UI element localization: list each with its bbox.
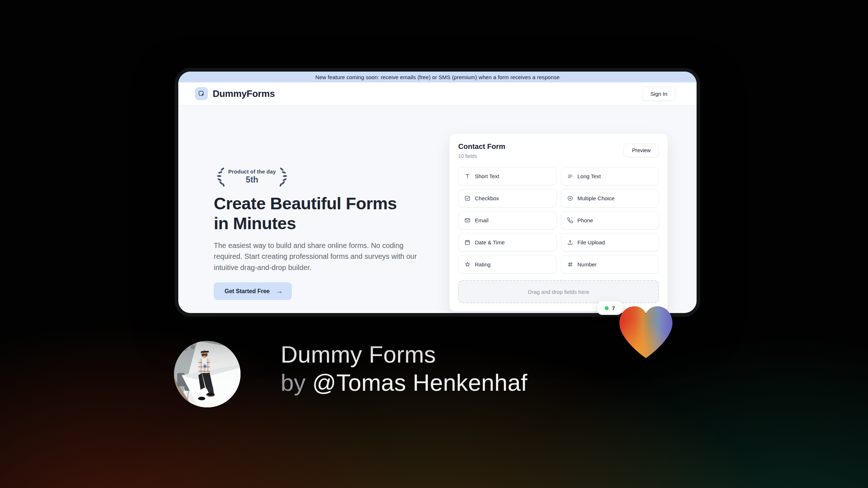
- field-tile-long-text[interactable]: Long Text: [561, 167, 659, 185]
- field-label: Multiple Choice: [578, 195, 615, 201]
- multiple-choice-icon: [567, 195, 574, 202]
- maker-avatar: [174, 341, 241, 407]
- field-label: File Upload: [578, 239, 605, 245]
- get-started-label: Get Started Free: [225, 288, 269, 295]
- brand-name: DummyForms: [213, 88, 275, 99]
- get-started-button[interactable]: Get Started Free →: [214, 282, 292, 300]
- laurel-right-icon: [278, 166, 290, 187]
- form-builder-card: Contact Form 10 fields Preview Short Tex…: [450, 134, 668, 311]
- attribution-title: Dummy Forms: [281, 341, 527, 369]
- sign-in-button[interactable]: Sign In: [642, 87, 676, 101]
- dropzone-text: Drag and drop fields here: [528, 289, 589, 295]
- field-tile-phone[interactable]: Phone: [561, 211, 659, 230]
- field-label: Rating: [475, 261, 490, 267]
- field-label: Phone: [578, 217, 593, 223]
- field-tile-email[interactable]: Email: [458, 211, 557, 230]
- field-label: Checkbox: [475, 195, 499, 201]
- short-text-icon: [464, 173, 471, 180]
- hero-section: Product of the day 5th Create Beautiful …: [214, 166, 431, 300]
- green-dot-icon: [605, 306, 609, 310]
- field-label: Long Text: [578, 173, 601, 179]
- heart-logo-icon: [610, 294, 682, 362]
- long-text-icon: [567, 173, 574, 180]
- award-rank: 5th: [228, 175, 276, 185]
- field-label: Email: [475, 217, 489, 223]
- field-grid: Short TextLong TextCheckboxMultiple Choi…: [458, 167, 659, 274]
- field-label: Short Text: [475, 173, 499, 179]
- byline-handle: @Tomas Henkenhaf: [312, 369, 528, 396]
- brand[interactable]: DummyForms: [195, 87, 275, 100]
- email-icon: [464, 217, 471, 224]
- browser-window: New feature coming soon: receive emails …: [175, 68, 700, 317]
- laurel-left-icon: [214, 166, 226, 187]
- field-label: Number: [578, 261, 597, 267]
- upload-icon: [567, 239, 574, 246]
- hero-subheadline: The easiest way to build and share onlin…: [214, 240, 422, 273]
- dashed-selection-cursor-icon: [195, 87, 208, 100]
- checkbox-icon: [464, 195, 471, 202]
- attribution: Dummy Forms by @Tomas Henkenhaf: [281, 341, 527, 397]
- form-card-header: Contact Form 10 fields Preview: [458, 142, 659, 159]
- field-tile-rating[interactable]: Rating: [458, 255, 557, 274]
- field-tile-number[interactable]: Number: [561, 255, 659, 274]
- hero-headline: Create Beautiful Forms in Minutes: [214, 194, 409, 233]
- field-tile-short-text[interactable]: Short Text: [458, 167, 557, 185]
- star-icon: [464, 261, 471, 268]
- page-canvas: New feature coming soon: receive emails …: [0, 0, 868, 488]
- calendar-icon: [464, 239, 471, 246]
- field-label: Date & Time: [475, 239, 505, 245]
- arrow-right-icon: →: [276, 287, 282, 295]
- award-text: Product of the day 5th: [228, 168, 276, 185]
- byline-prefix: by: [281, 369, 306, 396]
- field-tile-multiple-choice[interactable]: Multiple Choice: [561, 189, 659, 207]
- field-tile-date-time[interactable]: Date & Time: [458, 233, 557, 252]
- preview-button[interactable]: Preview: [624, 144, 659, 157]
- top-navigation: DummyForms Sign In: [178, 82, 697, 105]
- phone-icon: [567, 217, 574, 224]
- attribution-byline: by @Tomas Henkenhaf: [281, 369, 527, 397]
- award-line1: Product of the day: [228, 168, 276, 175]
- field-tile-checkbox[interactable]: Checkbox: [458, 189, 557, 207]
- product-of-the-day-badge: Product of the day 5th: [214, 166, 431, 187]
- announcement-banner: New feature coming soon: receive emails …: [178, 72, 697, 82]
- hash-icon: [567, 261, 574, 268]
- field-tile-file-upload[interactable]: File Upload: [561, 233, 659, 252]
- announcement-text: New feature coming soon: receive emails …: [315, 74, 560, 80]
